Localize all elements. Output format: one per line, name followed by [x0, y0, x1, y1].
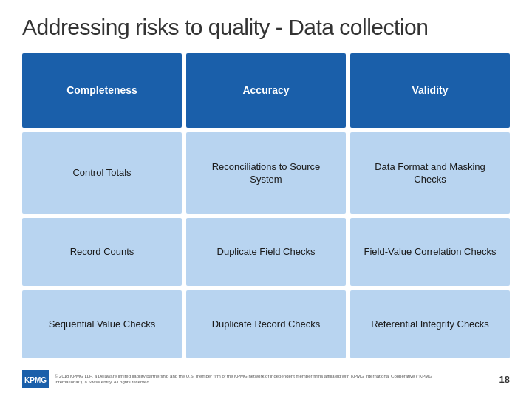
cell-reconciliations: Reconciliations to Source System [186, 132, 346, 214]
footer: KPMG © 2018 KPMG LLP, a Delaware limited… [22, 366, 510, 388]
header-validity: Validity [350, 53, 510, 128]
header-completeness: Completeness [22, 53, 182, 128]
cell-field-value: Field-Value Correlation Checks [350, 218, 510, 286]
footer-left: KPMG © 2018 KPMG LLP, a Delaware limited… [22, 370, 454, 388]
svg-text:KPMG: KPMG [24, 376, 47, 384]
cell-record-counts: Record Counts [22, 218, 182, 286]
cell-duplicate-record: Duplicate Record Checks [186, 290, 346, 358]
footer-disclaimer: © 2018 KPMG LLP, a Delaware limited liab… [55, 373, 454, 386]
cell-duplicate-field: Duplicate Field Checks [186, 218, 346, 286]
header-accuracy: Accuracy [186, 53, 346, 128]
cell-control-totals: Control Totals [22, 132, 182, 214]
content-grid: Completeness Accuracy Validity Control T… [22, 53, 510, 358]
page: Addressing risks to quality - Data colle… [0, 0, 532, 399]
kpmg-logo-icon: KPMG [22, 370, 49, 388]
page-number: 18 [499, 374, 510, 385]
cell-sequential-value: Sequential Value Checks [22, 290, 182, 358]
cell-referential-integrity: Referential Integrity Checks [350, 290, 510, 358]
page-title: Addressing risks to quality - Data colle… [22, 15, 510, 40]
cell-data-format: Data Format and Masking Checks [350, 132, 510, 214]
